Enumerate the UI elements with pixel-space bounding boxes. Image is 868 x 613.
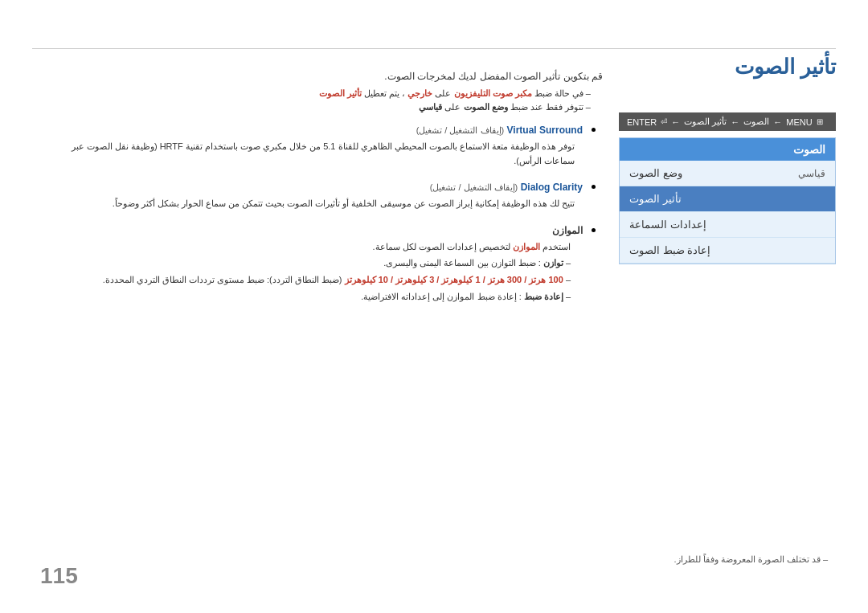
dialog-clarity-section: Dialog Clarity (إيقاف التشغيل / تشغيل) ت…	[40, 182, 583, 211]
sound-panel-title: الصوت	[620, 138, 835, 161]
balance-desc: : ضبط التوازن بين السماعة اليمنى واليسرى…	[383, 258, 540, 268]
sound-panel-item-effect[interactable]: تأثير الصوت	[620, 186, 835, 212]
note1: – في حالة ضبط مكبر صوت التليفزيون على خا…	[40, 88, 603, 99]
menu-label: MENU	[786, 117, 812, 127]
note2-text2: على	[442, 102, 461, 112]
note1-link1: مكبر صوت التليفزيون	[454, 88, 532, 98]
menu-nav-bar: ⊞ MENU ← الصوت ← تأثير الصوت ← ⏎ ENTER	[619, 112, 836, 131]
dialog-clarity-desc: تتيح لك هذه الوظيفة إمكانية إبراز الصوت …	[40, 197, 583, 211]
list-item-equalizer: الموازن استخدم الموازن لتخصيص إعدادات ال…	[40, 223, 583, 304]
reset-label: إعادة ضبط	[524, 292, 563, 301]
menu-icon: ⊞	[817, 117, 823, 126]
balance-item: – توازن : ضبط التوازن بين السماعة اليمنى…	[40, 256, 583, 271]
note1-pre: في حالة ضبط	[532, 88, 583, 98]
note2-text: تتوفر فقط عند ضبط	[508, 102, 583, 112]
sound-panel: الصوت قياسي وضع الصوت تأثير الصوت إعدادا…	[619, 137, 836, 264]
virtual-surround-toggle: (إيقاف التشغيل / تشغيل)	[416, 125, 505, 135]
reset-dash: –	[566, 292, 571, 301]
page-title: تأثير الصوت	[735, 55, 836, 80]
note2-bold2: قياسي	[419, 102, 442, 112]
sound-effect-label: تأثير الصوت	[629, 193, 682, 205]
bullet-list: Virtual Surround (إيقاف التشغيل / تشغيل)…	[40, 122, 603, 304]
nav-arrow1: ←	[773, 117, 782, 127]
reset-desc: : إعادة ضبط الموازن إلى إعداداته الافترا…	[361, 292, 521, 301]
sound-panel-item-speaker-settings[interactable]: إعدادات السماعة	[620, 212, 835, 238]
enter-label: ENTER	[627, 117, 657, 127]
note1-link2: تأثير الصوت	[319, 88, 362, 98]
note2-dash: –	[583, 102, 591, 112]
nav-arrow3: ←	[671, 117, 680, 127]
speaker-settings-label: إعدادات السماعة	[629, 219, 706, 231]
freq-dash: –	[566, 275, 571, 284]
note1-dash: –	[583, 88, 591, 98]
dialog-clarity-name: Dialog Clarity	[521, 182, 583, 193]
equalizer-desc: استخدم الموازن لتخصيص إعدادات الصوت لكل …	[40, 240, 583, 255]
bottom-note-dash: –	[823, 554, 828, 564]
equalizer-section: الموازن استخدم الموازن لتخصيص إعدادات ال…	[40, 225, 583, 304]
equalizer-title: الموازن	[40, 225, 583, 236]
sound-reset-label: إعادة ضبط الصوت	[629, 244, 710, 256]
page-number: 115	[40, 563, 78, 589]
balance-label: توازن	[543, 258, 563, 268]
sound-mode-label: وضع الصوت	[629, 167, 682, 179]
nav-bar: ⊞ MENU ← الصوت ← تأثير الصوت ← ⏎ ENTER ا…	[619, 112, 836, 264]
virtual-surround-section: Virtual Surround (إيقاف التشغيل / تشغيل)…	[40, 125, 583, 168]
freq-link: 100 هرتز / 300 هرتز / 1 كيلوهرتز / 3 كيل…	[345, 275, 563, 284]
note2-bold: وضع الصوت	[464, 102, 508, 112]
bottom-note-text: قد تختلف الصورة المعروضة وفقاً للطراز.	[674, 554, 820, 564]
nav-path-sound: الصوت	[743, 116, 769, 127]
note1-link-external: خارجي	[407, 88, 432, 98]
virtual-surround-desc: توفر هذه الوظيفة متعة الاستماع بالصوت ال…	[40, 140, 583, 168]
list-item-virtual-surround: Virtual Surround (إيقاف التشغيل / تشغيل)…	[40, 122, 583, 168]
intro-text: قم بتكوين تأثير الصوت المفضل لديك لمخرجا…	[40, 71, 603, 82]
note1-post: ، يتم تعطيل	[362, 88, 405, 98]
virtual-surround-title: Virtual Surround (إيقاف التشغيل / تشغيل)	[40, 125, 583, 136]
top-border	[32, 48, 836, 49]
enter-icon: ⏎	[661, 117, 667, 126]
list-item-dialog-clarity: Dialog Clarity (إيقاف التشغيل / تشغيل) ت…	[40, 179, 583, 211]
nav-arrow2: ←	[731, 117, 739, 127]
page-container: تأثير الصوت ⊞ MENU ← الصوت ← تأثير الصوت…	[0, 0, 868, 613]
main-content: قم بتكوين تأثير الصوت المفضل لديك لمخرجا…	[40, 71, 603, 541]
nav-path-effect: تأثير الصوت	[684, 116, 727, 127]
eq-use-post: لتخصيص إعدادات الصوت لكل سماعة.	[373, 242, 510, 251]
sound-mode-value: قياسي	[798, 168, 825, 179]
sound-panel-item-reset[interactable]: إعادة ضبط الصوت	[620, 238, 835, 264]
sound-panel-item-mode[interactable]: قياسي وضع الصوت	[620, 161, 835, 186]
virtual-surround-name: Virtual Surround	[507, 125, 583, 136]
note2: – تتوفر فقط عند ضبط وضع الصوت على قياسي	[40, 102, 603, 112]
eq-use-pre: استخدم	[540, 242, 571, 251]
freq-desc: (ضبط النطاق التردد): ضبط مستوى ترددات ال…	[103, 275, 342, 284]
eq-link: الموازن	[513, 242, 540, 251]
dialog-clarity-toggle: (إيقاف التشغيل / تشغيل)	[430, 182, 518, 192]
reset-item: – إعادة ضبط : إعادة ضبط الموازن إلى إعدا…	[40, 290, 583, 304]
bottom-note: – قد تختلف الصورة المعروضة وفقاً للطراز.	[674, 554, 828, 565]
frequency-item: – 100 هرتز / 300 هرتز / 1 كيلوهرتز / 3 ك…	[40, 273, 583, 288]
dialog-clarity-title: Dialog Clarity (إيقاف التشغيل / تشغيل)	[40, 182, 583, 193]
note1-mid: على	[432, 88, 451, 98]
balance-dash: –	[566, 258, 571, 268]
